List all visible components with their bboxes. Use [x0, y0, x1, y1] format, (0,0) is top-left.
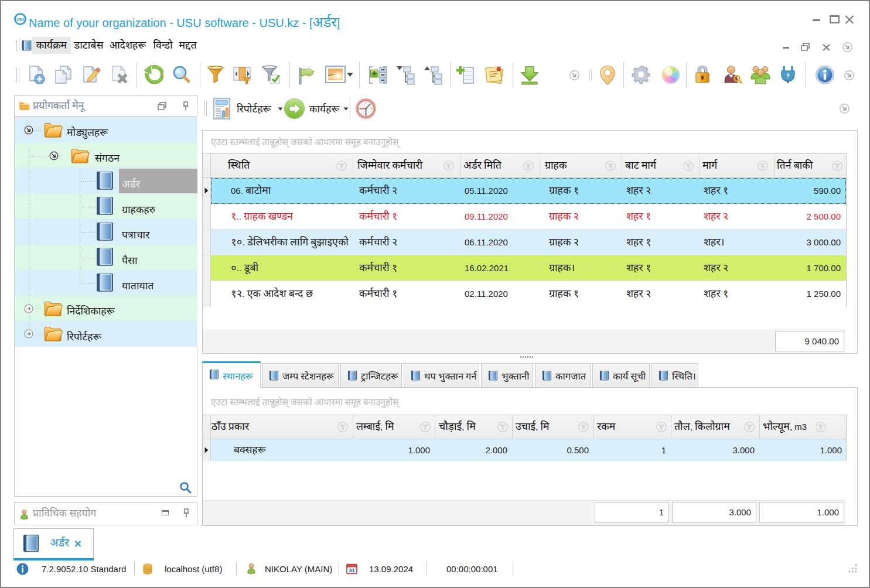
svg-text:usu: usu: [16, 16, 24, 22]
svg-text:31: 31: [349, 567, 355, 573]
